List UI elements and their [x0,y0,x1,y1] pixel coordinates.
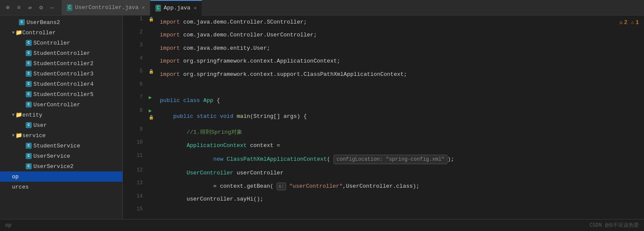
code-line-10: 10 ApplicationContext context = [123,139,644,152]
code-editor[interactable]: ⚠ 2 ⚠ 1 1 🔒 import com.java.demo.Control… [123,15,644,219]
tree-label: UserService2 [33,163,74,170]
file-tree: C UserBeans2 ▼ 📁 Controller C SControlle… [0,15,123,219]
tab-app[interactable]: C App.java ✕ [150,0,202,15]
line-code[interactable]: public class App { [156,94,644,107]
class-icon: C [26,102,32,108]
tree-item-userservice[interactable]: C UserService [0,151,122,161]
class-icon: C [26,50,32,56]
line-number: 2 [123,29,148,42]
tab-close-icon[interactable]: ✕ [142,5,145,10]
tree-label: StudentController5 [33,91,93,98]
line-number: 15 [123,206,148,219]
tab-bar: ⊕ ≡ ⇌ ⚙ — C UserController.java ✕ C App.… [0,0,644,15]
toolbar-icon-settings[interactable]: ⚙ [37,3,45,12]
line-gutter: 🔒 [148,15,156,29]
error-badge: ⚠ 1 [631,19,639,26]
code-line-6: 6 [123,81,644,94]
class-icon: C [26,163,32,169]
line-gutter [148,29,156,42]
class-icon: C [26,40,32,46]
line-code[interactable] [156,81,644,94]
tree-label: UserController [33,102,80,108]
toolbar-icon-list[interactable]: ≡ [15,3,23,12]
lock-icon: 🔒 [149,115,154,120]
tab-close-active-icon[interactable]: ✕ [194,5,197,11]
line-code[interactable]: import org.springframework.context.Appli… [156,55,644,68]
line-number: 13 [123,180,148,193]
warnings-panel: ⚠ 2 ⚠ 1 [620,19,639,26]
line-gutter: ▶ 🔒 [148,107,156,126]
tree-label: User [33,122,47,129]
class-icon: C [26,143,32,149]
run-arrow-icon[interactable]: ▶ [149,108,152,114]
tree-item-entity[interactable]: ▼ 📁 entity [0,110,122,120]
tree-item-studentcontroller5[interactable]: C StudentController5 [0,89,122,99]
tree-item-usercontroller[interactable]: C UserController [0,99,122,110]
chevron-down-icon: ▼ [12,113,15,117]
tree-item-userservice2[interactable]: C UserService2 [0,161,122,171]
line-code[interactable]: import com.java.demo.Controller.SControl… [156,15,644,29]
tree-label: Controller [22,30,56,36]
class-icon: C [26,60,32,66]
toolbar-icon-reformat[interactable]: ⊕ [3,3,12,12]
tree-label: StudentController [33,50,90,57]
tree-item-studentcontroller2[interactable]: C StudentController2 [0,58,122,69]
line-gutter [148,55,156,68]
code-line-14: 14 userController.sayHi(); [123,193,644,206]
line-number: 4 [123,55,148,68]
tree-item-user[interactable]: C User [0,120,122,130]
toolbar-icon-swap[interactable]: ⇌ [26,3,34,12]
tree-label: StudentController2 [33,60,93,67]
chevron-down-icon: ▼ [12,133,15,138]
line-number: 11 [123,152,148,167]
line-code[interactable]: = context.getBean( s: "userController",U… [156,180,644,193]
tree-item-studentservice[interactable]: C StudentService [0,141,122,151]
bottom-bar: op CSDN @你不应该热爱 [0,219,644,231]
line-code[interactable]: import com.java.demo.Controller.UserCont… [156,29,644,42]
line-number: 14 [123,193,148,206]
class-icon: C [26,81,32,87]
line-code[interactable] [156,206,644,219]
line-code[interactable]: public static void main(String[] args) { [156,107,644,126]
line-code[interactable]: import com.java.demo.entity.User; [156,42,644,55]
tab-label-active: App.java [164,5,190,11]
line-code[interactable]: //1.得到Spring对象 [156,126,644,139]
tree-label: urces [12,184,29,190]
line-code[interactable]: ApplicationContext context = [156,139,644,152]
tree-item-studentcontroller[interactable]: C StudentController [0,48,122,58]
code-line-8: 8 ▶ 🔒 public static void main(String[] a… [123,107,644,126]
line-code[interactable]: import org.springframework.context.suppo… [156,68,644,81]
line-number: 12 [123,167,148,180]
class-icon: C [26,122,32,128]
class-icon: C [26,91,32,97]
bottom-left-label: op [5,222,11,228]
line-code[interactable]: UserController userController [156,167,644,180]
code-line-2: 2 import com.java.demo.Controller.UserCo… [123,29,644,42]
line-gutter [148,42,156,55]
tree-item-userbeans2[interactable]: C UserBeans2 [0,17,122,27]
tree-item-service[interactable]: ▼ 📁 service [0,130,122,141]
tree-item-studentcontroller3[interactable]: C StudentController3 [0,69,122,79]
tree-label: UserService [33,153,70,159]
tree-label: StudentController3 [33,71,93,77]
bottom-right: CSDN @你不应该热爱 [590,222,639,229]
tab-usercontroller[interactable]: C UserController.java ✕ [62,0,150,15]
tree-item-op[interactable]: op [0,171,122,182]
tab-class-icon-active: C [155,5,161,12]
code-line-7: 7 ▶ public class App { [123,94,644,107]
line-gutter [148,206,156,219]
tree-item-studentcontroller4[interactable]: C StudentController4 [0,79,122,89]
code-table: 1 🔒 import com.java.demo.Controller.SCon… [123,15,644,219]
tree-item-scontroller[interactable]: C SController [0,38,122,48]
code-line-11: 11 new ClassPathXmlApplicationContext( c… [123,152,644,167]
tree-item-controller[interactable]: ▼ 📁 Controller [0,27,122,38]
line-gutter: 🔒 [148,68,156,81]
code-line-5: 5 🔒 import org.springframework.context.s… [123,68,644,81]
run-arrow-icon[interactable]: ▶ [149,95,152,101]
toolbar-icon-minimize[interactable]: — [48,3,57,12]
line-code[interactable]: new ClassPathXmlApplicationContext( conf… [156,152,644,167]
warning-icon: ⚠ [620,19,623,26]
error-count: 1 [635,19,639,26]
tree-item-urces[interactable]: urces [0,182,122,192]
line-code[interactable]: userController.sayHi(); [156,193,644,206]
